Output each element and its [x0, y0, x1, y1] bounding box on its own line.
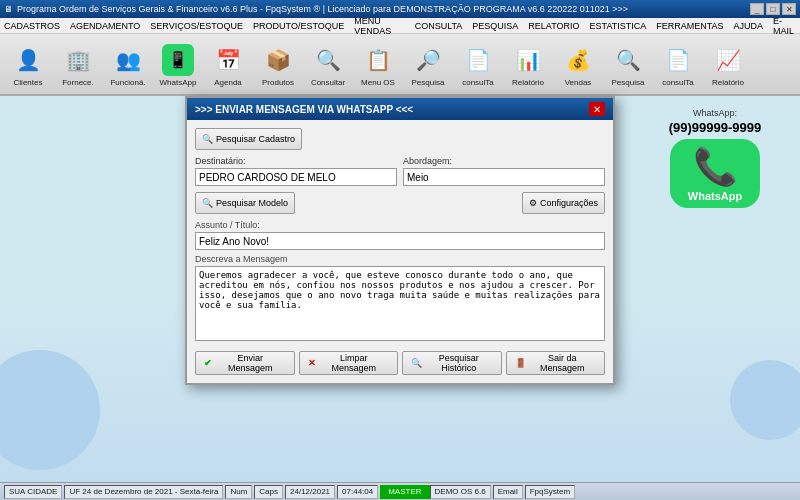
consulta2-icon: 📄	[462, 44, 494, 76]
menu-ferramentas[interactable]: FERRAMENTAS	[656, 21, 723, 31]
tool-pesquisa2[interactable]: 🔍 Pesquisa	[604, 36, 652, 94]
tool-relatorio2-label: Relatório	[712, 78, 744, 87]
tool-clientes-label: Clientes	[14, 78, 43, 87]
menu-agendamento[interactable]: AGENDAMENTO	[70, 21, 140, 31]
whatsapp-dialog: >>> ENVIAR MENSAGEM VIA WHATSAPP <<< ✕ 🔍…	[185, 96, 615, 385]
tool-funcionario[interactable]: 👥 Funcioná.	[104, 36, 152, 94]
tool-fornecedor[interactable]: 🏢 Fornece.	[54, 36, 102, 94]
num-text: Num	[230, 487, 247, 496]
tool-relatorio2[interactable]: 📈 Relatório	[704, 36, 752, 94]
clientes-icon: 👤	[12, 44, 44, 76]
menu-produto[interactable]: PRODUTO/ESTOQUE	[253, 21, 344, 31]
exit-icon: 🚪	[515, 358, 526, 368]
enviar-mensagem-button[interactable]: ✔ Enviar Mensagem	[195, 351, 295, 375]
date-text: 24/12/2021	[290, 487, 330, 496]
date-segment: 24/12/2021	[285, 485, 335, 499]
pesquisar-historico-button[interactable]: 🔍 Pesquisar Histórico	[402, 351, 502, 375]
model-row: 🔍 Pesquisar Modelo ⚙ Configurações	[195, 192, 605, 214]
tool-vendas[interactable]: 💰 Vendas	[554, 36, 602, 94]
tool-pesquisa-label: Pesquisa	[412, 78, 445, 87]
tool-consultar-label: Consultar	[311, 78, 345, 87]
destinatario-col: Destinatário:	[195, 156, 397, 186]
dialog-body: 🔍 Pesquisar Cadastro Destinatário: Abord…	[187, 120, 613, 383]
sair-mensagem-button[interactable]: 🚪 Sair da Mensagem	[506, 351, 606, 375]
tool-relatorio[interactable]: 📊 Relatório	[504, 36, 552, 94]
descricao-textarea[interactable]: Queremos agradecer a você, que esteve co…	[195, 266, 605, 341]
tool-relatorio-label: Relatório	[512, 78, 544, 87]
pesquisar-modelo-button[interactable]: 🔍 Pesquisar Modelo	[195, 192, 295, 214]
city-segment: SUA CIDADE	[4, 485, 62, 499]
configuracoes-button[interactable]: ⚙ Configurações	[522, 192, 605, 214]
menu-pesquisa[interactable]: PESQUISA	[472, 21, 518, 31]
assunto-section: Assunto / Título:	[195, 220, 605, 250]
bottom-buttons: ✔ Enviar Mensagem ✕ Limpar Mensagem 🔍 Pe…	[195, 351, 605, 375]
wa-phone-number: (99)99999-9999	[669, 120, 762, 135]
tool-consulta2[interactable]: 📄 consulTa	[454, 36, 502, 94]
city-text: SUA CIDADE	[9, 487, 57, 496]
status-bar: SUA CIDADE UF 24 de Dezembro de 2021 - S…	[0, 482, 800, 500]
destinatario-input[interactable]	[195, 168, 397, 186]
destinatario-label: Destinatário:	[195, 156, 397, 166]
menu-relatorio[interactable]: RELATORIO	[528, 21, 579, 31]
tool-consulta3-label: consulTa	[662, 78, 694, 87]
configuracoes-label: Configurações	[540, 198, 598, 208]
toolbar: 👤 Clientes 🏢 Fornece. 👥 Funcioná. 📱 What…	[0, 34, 800, 96]
tool-whatsapp-label: WhatsApp	[160, 78, 197, 87]
menu-cadastros[interactable]: CADASTROS	[4, 21, 60, 31]
tool-pesquisa[interactable]: 🔎 Pesquisa	[404, 36, 452, 94]
pesquisa-icon: 🔎	[412, 44, 444, 76]
tool-clientes[interactable]: 👤 Clientes	[4, 36, 52, 94]
tool-fornecedor-label: Fornece.	[62, 78, 94, 87]
tool-whatsapp[interactable]: 📱 WhatsApp	[154, 36, 202, 94]
relatorio2-icon: 📈	[712, 44, 744, 76]
title-bar-controls[interactable]: _ □ ✕	[750, 3, 796, 15]
menu-vendas[interactable]: MENU VENDAS	[354, 16, 404, 36]
tool-menu-os-label: Menu OS	[361, 78, 395, 87]
assunto-input[interactable]	[195, 232, 605, 250]
tool-agenda-label: Agenda	[214, 78, 242, 87]
whatsapp-logo-box: 📞 WhatsApp	[670, 139, 760, 208]
status-indicator: MASTER	[380, 485, 429, 499]
pesquisa2-icon: 🔍	[612, 44, 644, 76]
whatsapp-logo-panel: WhatsApp: (99)99999-9999 📞 WhatsApp	[660, 108, 770, 208]
menu-estatistica[interactable]: ESTATISTICA	[590, 21, 647, 31]
tool-agenda[interactable]: 📅 Agenda	[204, 36, 252, 94]
menu-servicos[interactable]: SERVIÇOS/ESTOQUE	[150, 21, 243, 31]
tool-consulta3[interactable]: 📄 consulTa	[654, 36, 702, 94]
abordagem-input[interactable]	[403, 168, 605, 186]
abordagem-col: Abordagem:	[403, 156, 605, 186]
tool-produtos-label: Produtos	[262, 78, 294, 87]
funcionario-icon: 👥	[112, 44, 144, 76]
close-button[interactable]: ✕	[782, 3, 796, 15]
tool-consultar[interactable]: 🔍 Consultar	[304, 36, 352, 94]
search-row: 🔍 Pesquisar Cadastro	[195, 128, 605, 150]
relatorio-icon: 📊	[512, 44, 544, 76]
menu-os-icon: 📋	[362, 44, 394, 76]
tool-vendas-label: Vendas	[565, 78, 592, 87]
descricao-section: Descreva a Mensagem Queremos agradecer a…	[195, 254, 605, 343]
dialog-close-button[interactable]: ✕	[589, 102, 605, 116]
limpar-mensagem-button[interactable]: ✕ Limpar Mensagem	[299, 351, 399, 375]
demo-segment: DEMO OS 6.6	[430, 485, 491, 499]
pesquisar-cadastro-label: Pesquisar Cadastro	[216, 134, 295, 144]
consulta3-icon: 📄	[662, 44, 694, 76]
demo-text: DEMO OS 6.6	[435, 487, 486, 496]
tool-menu-os[interactable]: 📋 Menu OS	[354, 36, 402, 94]
menu-email[interactable]: E-MAIL	[773, 16, 796, 36]
wa-phone-label: WhatsApp:	[693, 108, 737, 118]
menu-consulta[interactable]: CONSULTA	[415, 21, 463, 31]
time-segment: 07:44:04	[337, 485, 378, 499]
whatsapp-phone-icon: 📞	[693, 146, 738, 188]
system-text: FpqSystem	[530, 487, 570, 496]
maximize-button[interactable]: □	[766, 3, 780, 15]
time-text: 07:44:04	[342, 487, 373, 496]
minimize-button[interactable]: _	[750, 3, 764, 15]
menu-ajuda[interactable]: AJUDA	[734, 21, 764, 31]
abordagem-label: Abordagem:	[403, 156, 605, 166]
fornecedor-icon: 🏢	[62, 44, 94, 76]
pesquisar-cadastro-button[interactable]: 🔍 Pesquisar Cadastro	[195, 128, 302, 150]
sair-mensagem-label: Sair da Mensagem	[529, 353, 597, 373]
email-segment[interactable]: Email	[493, 485, 523, 499]
tool-produtos[interactable]: 📦 Produtos	[254, 36, 302, 94]
dialog-title-bar: >>> ENVIAR MENSAGEM VIA WHATSAPP <<< ✕	[187, 98, 613, 120]
